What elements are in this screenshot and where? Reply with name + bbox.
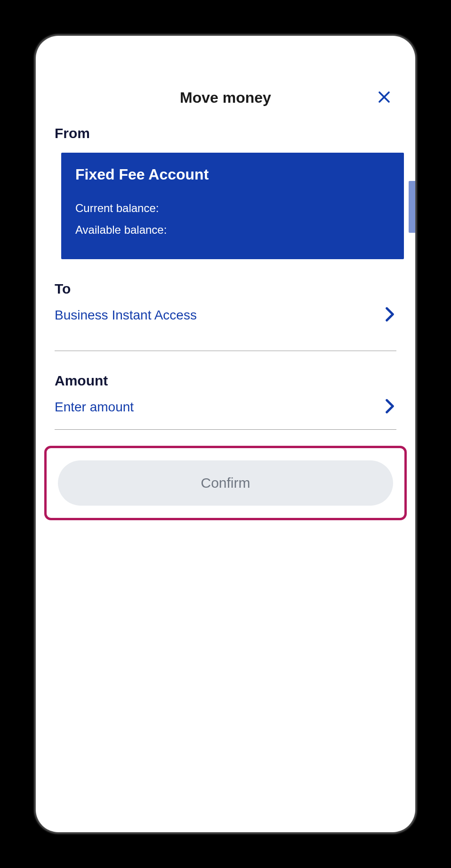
confirm-highlight-box: Confirm	[44, 446, 407, 520]
account-name: Fixed Fee Account	[75, 166, 390, 183]
to-label: To	[55, 281, 396, 297]
amount-label: Amount	[55, 373, 396, 389]
chevron-right-icon	[385, 307, 395, 324]
amount-placeholder: Enter amount	[55, 400, 134, 415]
from-account-card[interactable]: Fixed Fee Account Current balance: Avail…	[61, 153, 404, 259]
divider	[55, 429, 396, 430]
amount-section: Amount Enter amount	[36, 351, 415, 430]
to-section: To Business Instant Access	[36, 259, 415, 351]
available-balance-label: Available balance:	[75, 219, 390, 241]
next-account-card-peek[interactable]	[409, 181, 415, 233]
amount-input-row[interactable]: Enter amount	[55, 395, 396, 419]
to-account-selector[interactable]: Business Instant Access	[55, 303, 396, 327]
close-icon	[377, 90, 391, 106]
chevron-right-icon	[385, 399, 395, 416]
current-balance-label: Current balance:	[75, 197, 390, 219]
close-button[interactable]	[375, 89, 394, 107]
phone-frame: Move money From Fixed Fee Account Curren…	[36, 36, 415, 832]
header: Move money	[36, 36, 415, 125]
app-screen: Move money From Fixed Fee Account Curren…	[36, 36, 415, 832]
confirm-button[interactable]: Confirm	[58, 460, 393, 506]
from-account-carousel[interactable]: Fixed Fee Account Current balance: Avail…	[36, 153, 415, 259]
from-label: From	[36, 125, 415, 153]
to-account-value: Business Instant Access	[55, 308, 197, 323]
page-title: Move money	[180, 89, 271, 106]
